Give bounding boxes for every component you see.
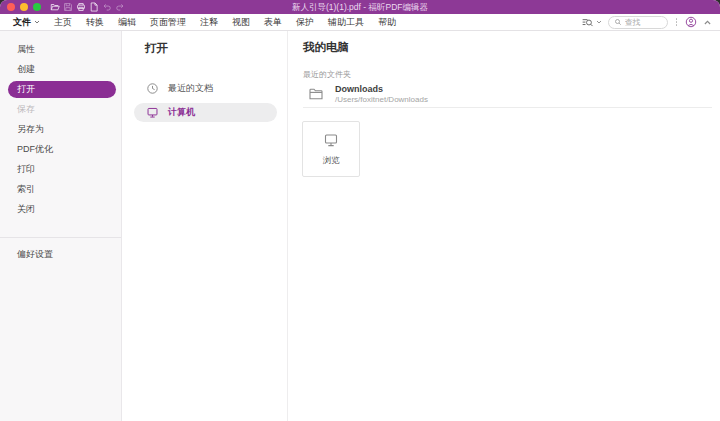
open-panel: 打开 最近的文档 计算机 — [122, 31, 288, 421]
undo-icon[interactable] — [102, 2, 112, 12]
search-icon — [614, 18, 622, 26]
sidebar-item-properties[interactable]: 属性 — [0, 39, 121, 59]
sidebar-item-print[interactable]: 打印 — [0, 159, 121, 179]
zoom-window-button[interactable] — [33, 3, 41, 11]
browse-label: 浏览 — [323, 155, 340, 167]
menu-file[interactable]: 文件 — [13, 16, 40, 29]
minimize-window-button[interactable] — [20, 3, 28, 11]
new-document-icon[interactable] — [89, 2, 99, 12]
open-panel-item-label: 计算机 — [168, 106, 195, 119]
tab-convert[interactable]: 转换 — [86, 16, 104, 29]
open-panel-item-computer[interactable]: 计算机 — [134, 103, 277, 122]
browse-button[interactable]: 浏览 — [302, 121, 360, 177]
app-window: 新人引导(1)(1).pdf - 福昕PDF编辑器 文件 主页 转换 编辑 页面… — [0, 0, 720, 421]
find-tools-button[interactable] — [581, 16, 602, 29]
tab-help[interactable]: 帮助 — [378, 16, 396, 29]
computer-panel: 我的电脑 最近的文件夹 Downloads /Users/foxitnet/Do… — [288, 31, 720, 421]
menubar-right-controls — [581, 16, 713, 29]
print-icon[interactable] — [76, 2, 86, 12]
open-panel-item-recent-documents[interactable]: 最近的文档 — [134, 78, 277, 98]
backstage-view: 属性 创建 打开 保存 另存为 PDF优化 打印 索引 关闭 偏好设置 打开 最… — [0, 31, 720, 421]
find-tools-icon — [581, 16, 594, 29]
clock-icon — [146, 82, 159, 95]
open-file-icon[interactable] — [50, 2, 60, 12]
save-icon[interactable] — [63, 2, 73, 12]
close-window-button[interactable] — [7, 3, 15, 11]
tab-view[interactable]: 视图 — [232, 16, 250, 29]
menu-items: 文件 主页 转换 编辑 页面管理 注释 视图 表单 保护 辅助工具 帮助 — [13, 16, 396, 29]
menubar: 文件 主页 转换 编辑 页面管理 注释 视图 表单 保护 辅助工具 帮助 — [0, 14, 720, 31]
sidebar-item-close[interactable]: 关闭 — [0, 199, 121, 219]
collapse-toolbar-button[interactable] — [703, 18, 712, 27]
chevron-down-icon — [596, 19, 602, 25]
tab-edit[interactable]: 编辑 — [118, 16, 136, 29]
account-button[interactable] — [685, 16, 697, 28]
redo-icon[interactable] — [115, 2, 125, 12]
recent-folders-section-label: 最近的文件夹 — [303, 69, 351, 80]
sidebar-item-preferences[interactable]: 偏好设置 — [0, 244, 121, 264]
sidebar-item-save: 保存 — [0, 99, 121, 119]
computer-icon — [323, 132, 339, 148]
chevron-up-icon — [703, 18, 712, 27]
computer-panel-title: 我的电脑 — [303, 40, 349, 55]
folder-icon — [308, 86, 324, 102]
computer-icon — [146, 106, 159, 119]
kebab-menu-icon[interactable] — [674, 18, 680, 26]
open-panel-item-label: 最近的文档 — [168, 82, 213, 95]
search-box[interactable] — [608, 16, 668, 29]
traffic-lights — [7, 3, 41, 11]
recent-folder-meta: Downloads /Users/foxitnet/Downloads — [335, 84, 428, 104]
sidebar-divider — [0, 237, 121, 238]
tab-page-management[interactable]: 页面管理 — [150, 16, 186, 29]
chevron-down-icon — [34, 19, 40, 25]
recent-folder-path: /Users/foxitnet/Downloads — [335, 95, 428, 104]
quick-access-toolbar — [50, 2, 125, 12]
account-icon — [685, 16, 697, 28]
tab-home[interactable]: 主页 — [54, 16, 72, 29]
tab-accessibility-tools[interactable]: 辅助工具 — [328, 16, 364, 29]
open-panel-title: 打开 — [145, 41, 168, 56]
recent-folder-row[interactable]: Downloads /Users/foxitnet/Downloads — [303, 81, 712, 108]
tab-protect[interactable]: 保护 — [296, 16, 314, 29]
tab-comment[interactable]: 注释 — [200, 16, 218, 29]
sidebar-item-save-as[interactable]: 另存为 — [0, 119, 121, 139]
search-input[interactable] — [625, 18, 662, 27]
titlebar: 新人引导(1)(1).pdf - 福昕PDF编辑器 — [0, 0, 720, 14]
sidebar-item-pdf-optimize[interactable]: PDF优化 — [0, 139, 121, 159]
sidebar-item-open[interactable]: 打开 — [8, 81, 116, 98]
recent-folder-name: Downloads — [335, 84, 428, 94]
backstage-sidebar: 属性 创建 打开 保存 另存为 PDF优化 打印 索引 关闭 偏好设置 — [0, 31, 122, 421]
sidebar-item-index[interactable]: 索引 — [0, 179, 121, 199]
sidebar-item-create[interactable]: 创建 — [0, 59, 121, 79]
tab-form[interactable]: 表单 — [264, 16, 282, 29]
